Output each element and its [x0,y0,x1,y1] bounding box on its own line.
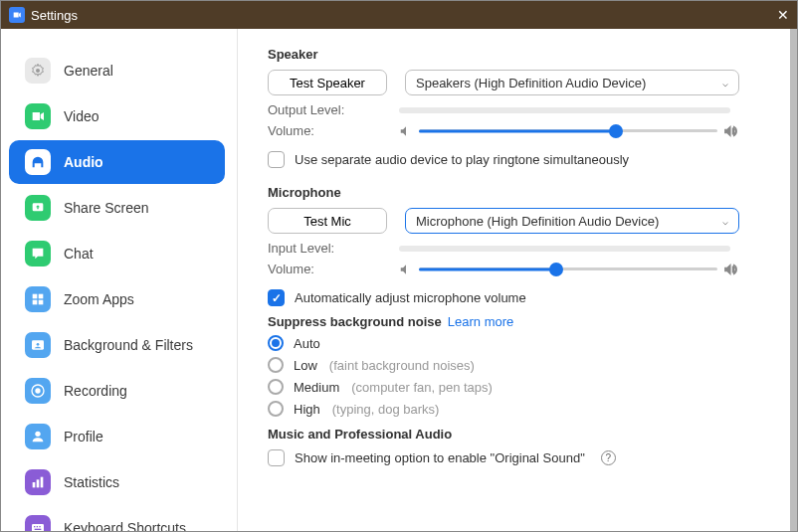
radio-button[interactable] [268,357,284,373]
noise-option-medium[interactable]: Medium(computer fan, pen taps) [268,379,762,395]
svg-rect-16 [37,526,38,527]
sidebar-item-label: General [64,63,113,79]
svg-point-0 [36,69,40,73]
video-icon [25,103,51,129]
speaker-high-icon[interactable] [723,124,737,138]
svg-point-10 [35,432,40,437]
speaker-low-icon[interactable] [399,263,413,276]
app-icon [9,7,25,23]
ringtone-checkbox[interactable] [268,151,285,168]
radio-hint: (computer fan, pen taps) [351,380,493,395]
mic-device-value: Microphone (High Definition Audio Device… [416,214,659,229]
sidebar-item-label: Share Screen [64,200,149,216]
profile-icon [25,424,51,449]
mic-device-select[interactable]: Microphone (High Definition Audio Device… [405,208,739,234]
output-level-meter [399,107,730,113]
mic-volume-label: Volume: [268,262,399,276]
svg-rect-5 [39,300,44,305]
window-title: Settings [31,8,78,23]
sidebar-item-label: Profile [64,429,103,444]
sidebar-item-zoom-apps[interactable]: Zoom Apps [9,277,225,321]
speaker-heading: Speaker [268,47,762,62]
radio-label: Auto [294,336,320,351]
stats-icon [25,469,51,495]
svg-rect-11 [33,482,36,487]
test-speaker-button[interactable]: Test Speaker [268,70,387,95]
svg-point-9 [35,388,40,393]
svg-rect-13 [41,477,44,488]
input-level-label: Input Level: [268,241,399,256]
chevron-down-icon: ⌵ [722,216,728,227]
headphones-icon [25,149,51,175]
apps-icon [25,286,51,312]
sidebar-item-label: Video [64,108,100,124]
radio-label: Low [294,358,317,373]
svg-rect-12 [37,479,40,487]
share-icon [25,195,51,221]
ringtone-label: Use separate audio device to play ringto… [295,152,629,167]
radio-button[interactable] [268,401,284,417]
auto-adjust-checkbox[interactable] [268,289,285,306]
speaker-volume-label: Volume: [268,123,399,138]
radio-label: Medium [294,380,339,395]
sidebar-item-label: Keyboard Shortcuts [64,520,186,532]
original-sound-checkbox[interactable] [268,449,285,466]
noise-option-low[interactable]: Low(faint background noises) [268,357,762,373]
svg-rect-4 [33,300,38,305]
auto-adjust-label: Automatically adjust microphone volume [295,290,526,305]
sidebar-item-audio[interactable]: Audio [9,140,225,184]
noise-heading: Suppress background noiseLearn more [268,314,762,329]
speaker-high-icon[interactable] [723,263,737,276]
chat-icon [25,241,51,266]
sidebar-item-video[interactable]: Video [9,94,225,138]
music-heading: Music and Professional Audio [268,427,762,442]
svg-rect-15 [34,526,35,527]
sidebar: GeneralVideoAudioShare ScreenChatZoom Ap… [1,29,238,532]
record-icon [25,378,51,404]
mic-volume-slider[interactable] [419,263,717,276]
gear-icon [25,58,51,84]
learn-more-link[interactable]: Learn more [448,314,513,329]
radio-hint: (typing, dog barks) [332,402,440,417]
mic-heading: Microphone [268,185,762,200]
output-level-label: Output Level: [268,102,399,117]
original-sound-label: Show in-meeting option to enable "Origin… [295,450,585,465]
sidebar-item-general[interactable]: General [9,49,225,92]
noise-option-auto[interactable]: Auto [268,335,762,351]
sidebar-item-share-screen[interactable]: Share Screen [9,186,225,230]
svg-rect-14 [32,524,44,532]
radio-button[interactable] [268,379,284,395]
bg-icon [25,332,51,358]
chevron-down-icon: ⌵ [722,78,728,89]
svg-rect-18 [35,529,42,530]
speaker-device-select[interactable]: Speakers (High Definition Audio Device) … [405,70,739,95]
sidebar-item-label: Audio [64,154,103,170]
sidebar-item-keyboard-shortcuts[interactable]: Keyboard Shortcuts [9,506,225,532]
content-pane: Speaker Test Speaker Speakers (High Defi… [238,29,797,532]
close-icon[interactable]: ✕ [777,7,789,23]
test-mic-button[interactable]: Test Mic [268,208,387,234]
sidebar-item-chat[interactable]: Chat [9,232,225,275]
svg-point-7 [37,343,40,346]
radio-button[interactable] [268,335,284,351]
speaker-volume-slider[interactable] [419,124,717,138]
sidebar-item-label: Statistics [64,474,119,490]
speaker-low-icon[interactable] [399,124,413,138]
svg-rect-2 [33,294,38,299]
radio-label: High [294,402,320,417]
sidebar-item-recording[interactable]: Recording [9,369,225,413]
sidebar-item-label: Recording [64,383,127,399]
svg-rect-17 [39,526,40,527]
speaker-device-value: Speakers (High Definition Audio Device) [416,76,646,90]
input-level-meter [399,246,730,252]
help-icon[interactable]: ? [601,450,616,465]
sidebar-item-label: Zoom Apps [64,291,134,307]
keyboard-icon [25,515,51,532]
sidebar-item-profile[interactable]: Profile [9,415,225,458]
radio-hint: (faint background noises) [329,358,475,373]
sidebar-item-background-filters[interactable]: Background & Filters [9,323,225,367]
noise-option-high[interactable]: High(typing, dog barks) [268,401,762,417]
sidebar-item-statistics[interactable]: Statistics [9,460,225,504]
titlebar: Settings ✕ [1,1,797,29]
sidebar-item-label: Chat [64,246,94,262]
